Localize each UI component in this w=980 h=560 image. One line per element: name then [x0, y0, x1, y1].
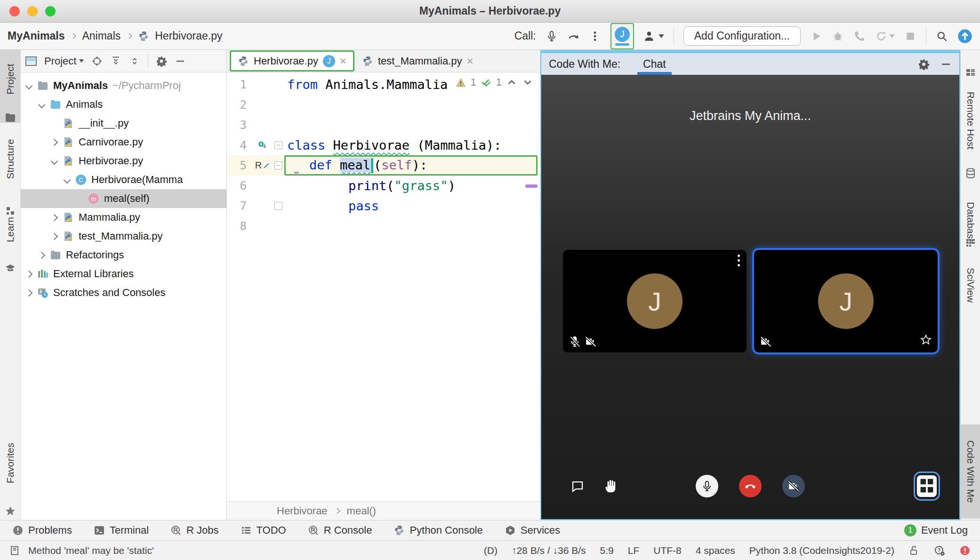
- warning-icon[interactable]: [455, 76, 467, 88]
- end-call-button[interactable]: [739, 475, 762, 497]
- tab-test-mammalia-py[interactable]: test_Mammalia.py×: [355, 50, 480, 72]
- add-user-icon[interactable]: [643, 30, 656, 42]
- code-line-2[interactable]: 2: [227, 95, 540, 115]
- chat-bubble-icon[interactable]: [570, 480, 585, 496]
- project-view-selector[interactable]: Project: [44, 55, 84, 67]
- phone-icon[interactable]: [853, 30, 866, 42]
- stripe-item-structure[interactable]: Structure: [5, 139, 16, 179]
- zoom-window-button[interactable]: [45, 6, 56, 16]
- code-line-4[interactable]: 4−class Herbivorae (Mammalia):: [227, 135, 540, 155]
- debug-icon[interactable]: [832, 30, 844, 42]
- chevron-right-icon[interactable]: [25, 270, 33, 278]
- stop-icon[interactable]: [904, 30, 916, 42]
- close-icon[interactable]: ×: [340, 56, 346, 67]
- chevron-right-icon[interactable]: [51, 138, 58, 146]
- tile-menu-icon[interactable]: [738, 255, 740, 266]
- participant-avatar[interactable]: J: [610, 23, 634, 49]
- status-segment-lf[interactable]: LF: [628, 545, 640, 556]
- window-icon[interactable]: [9, 545, 21, 556]
- tree-item-test-mammalia-py[interactable]: test_Mammalia.py: [21, 227, 226, 246]
- stripe-item-sciview[interactable]: SciView: [965, 268, 976, 303]
- hide-panel-icon[interactable]: [175, 56, 186, 67]
- close-window-button[interactable]: [9, 6, 20, 16]
- tree-item-animals[interactable]: Animals: [21, 95, 226, 114]
- status-segment-python-3-8-codeinsights2019-2[interactable]: Python 3.8 (CodeInsights2019-2): [749, 545, 894, 556]
- close-icon[interactable]: ×: [466, 56, 473, 67]
- stripe-item-learn[interactable]: Learn: [5, 217, 16, 242]
- camera-toggle-button[interactable]: [782, 475, 805, 497]
- status-segment-28-b-s-36-b-s[interactable]: ↑28 B/s / ↓36 B/s: [512, 545, 586, 556]
- locate-icon[interactable]: [91, 56, 103, 67]
- code-line-3[interactable]: 3: [227, 115, 540, 135]
- tree-item-mammalia-py[interactable]: Mammalia.py: [21, 208, 226, 227]
- hide-panel-icon[interactable]: [940, 58, 952, 70]
- collapse-all-icon[interactable]: [129, 56, 140, 67]
- chevron-down-icon[interactable]: [38, 101, 46, 108]
- run-icon[interactable]: [810, 30, 822, 42]
- code-line-5[interactable]: 5R−def meal(self):: [227, 155, 540, 176]
- stripe-item-code-with-me[interactable]: Code With Me: [965, 440, 976, 503]
- chevron-down-icon[interactable]: [51, 157, 58, 165]
- chevron-down-icon[interactable]: [64, 176, 71, 184]
- breadcrumb-item-herbivorae-py[interactable]: Herbivorae.py: [155, 30, 222, 42]
- tree-item-init-py[interactable]: __init__.py: [21, 114, 226, 133]
- video-tile-1[interactable]: J: [563, 250, 747, 352]
- fold-marker-icon[interactable]: [274, 202, 282, 210]
- chevron-right-icon[interactable]: [51, 232, 58, 240]
- tree-item-external-libraries[interactable]: External Libraries: [21, 264, 226, 283]
- toolwindow-button-r-jobs[interactable]: R Jobs: [170, 524, 218, 536]
- prev-problem-icon[interactable]: [506, 76, 518, 88]
- toolwindow-button-event-log[interactable]: 1Event Log: [904, 524, 968, 536]
- video-tile-2[interactable]: J: [754, 250, 938, 352]
- tip-icon[interactable]: ?: [934, 545, 945, 556]
- stripe-item-remote-host[interactable]: Remote Host: [965, 92, 976, 150]
- toolwindow-button-python-console[interactable]: Python Console: [394, 524, 482, 536]
- lightbulb-icon[interactable]: [291, 160, 303, 171]
- hangup-icon[interactable]: [567, 30, 579, 42]
- microphone-icon[interactable]: [546, 30, 558, 42]
- add-configuration-button[interactable]: Add Configuration...: [683, 26, 801, 46]
- tree-item-herbivorae-py[interactable]: Herbivorae.py: [21, 152, 226, 170]
- gear-icon[interactable]: [918, 58, 930, 70]
- pin-star-icon[interactable]: [920, 334, 932, 348]
- status-segment-utf-8[interactable]: UTF-8: [653, 545, 682, 556]
- editor-breadcrumb-herbivorae[interactable]: Herbivorae: [277, 505, 328, 517]
- fold-marker-icon[interactable]: −: [274, 141, 282, 149]
- toolwindow-button-todo[interactable]: TODO: [241, 524, 286, 536]
- chevron-right-icon[interactable]: [25, 289, 33, 296]
- code-line-7[interactable]: 7 pass: [227, 196, 540, 216]
- editor-breadcrumb-meal[interactable]: meal(): [347, 505, 376, 517]
- tree-item-herbivorae-mamma[interactable]: CHerbivorae(Mamma: [21, 170, 226, 189]
- gear-icon[interactable]: [156, 56, 167, 67]
- toolwindow-button-r-console[interactable]: R Console: [308, 524, 372, 536]
- stripe-item-project[interactable]: Project: [5, 64, 16, 94]
- toolwindow-button-terminal[interactable]: Terminal: [94, 524, 149, 536]
- status-segment-4-spaces[interactable]: 4 spaces: [696, 545, 735, 556]
- code-line-6[interactable]: 6 print("grass"): [227, 176, 540, 196]
- tree-item-myanimals[interactable]: MyAnimals~/PycharmProj: [21, 76, 226, 95]
- status-segment-5-9[interactable]: 5:9: [600, 545, 614, 556]
- chevron-right-icon[interactable]: [51, 214, 58, 221]
- search-icon[interactable]: [936, 30, 948, 42]
- tab-herbivorae-py[interactable]: Herbivorae.pyJ×: [230, 50, 354, 72]
- tab-chat[interactable]: Chat: [640, 53, 669, 75]
- tree-item-refactorings[interactable]: Refactorings: [21, 246, 226, 264]
- lock-open-icon[interactable]: [908, 545, 920, 556]
- code-area[interactable]: 1 1 1from Animals.Mammalia234−class Herb…: [227, 72, 540, 501]
- minimize-window-button[interactable]: [27, 6, 38, 16]
- code-line-8[interactable]: 8: [227, 216, 540, 236]
- status-segment-d[interactable]: (D): [484, 545, 498, 556]
- error-indicator-icon[interactable]: [959, 545, 971, 556]
- chevron-right-icon[interactable]: [38, 251, 46, 259]
- kebab-menu-icon[interactable]: [589, 30, 601, 42]
- next-problem-icon[interactable]: [522, 76, 534, 88]
- expand-all-icon[interactable]: [110, 56, 121, 67]
- fold-marker-icon[interactable]: −: [274, 161, 282, 169]
- toolwindow-button-services[interactable]: Services: [505, 524, 560, 536]
- rerun-icon[interactable]: [875, 30, 887, 42]
- raise-hand-icon[interactable]: [603, 478, 619, 496]
- stripe-item-favorites[interactable]: Favorites: [5, 443, 16, 483]
- tree-item-carnivorae-py[interactable]: Carnivorae.py: [21, 133, 226, 152]
- chevron-down-icon[interactable]: [25, 82, 33, 89]
- toolwindow-button-problems[interactable]: Problems: [12, 524, 72, 536]
